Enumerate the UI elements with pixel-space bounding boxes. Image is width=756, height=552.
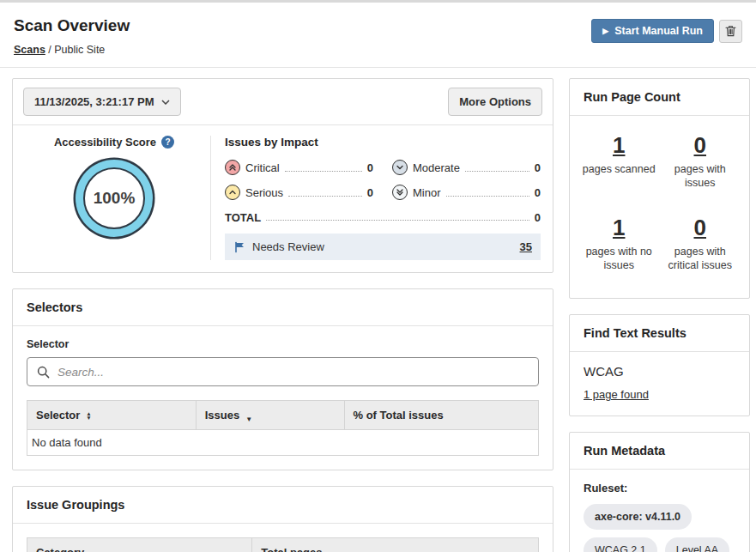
impact-value: 0	[367, 161, 373, 174]
empty-state-text: No data found	[27, 430, 539, 456]
impact-value: 0	[535, 186, 541, 199]
play-icon: ▶	[602, 27, 608, 35]
impact-row-critical: Critical 0	[225, 160, 373, 175]
find-text-results-card: Find Text Results WCAG 1 page found	[569, 314, 750, 416]
stat-number-link[interactable]: 1	[613, 215, 625, 240]
issue-groupings-card-body: Category Total pages No data found	[13, 524, 553, 552]
issues-by-impact-title: Issues by Impact	[225, 136, 541, 149]
run-card-body: Accessibility Score ? 100% Issues by Imp…	[13, 125, 553, 272]
stat-caption: pages with critical issues	[662, 245, 738, 273]
impact-label: Critical	[245, 161, 280, 174]
col-header-selector[interactable]: Selector ▲▼	[27, 401, 197, 430]
needs-review-label: Needs Review	[252, 240, 324, 253]
ruleset-tag: axe-core: v4.11.0	[584, 504, 692, 530]
find-text-results-title: Find Text Results	[584, 326, 686, 340]
ruleset-tags: axe-core: v4.11.0 WCAG 2.1 Level AA	[584, 504, 735, 552]
col-header-issues[interactable]: Issues ▼	[196, 401, 344, 430]
moderate-icon	[392, 160, 408, 175]
flag-icon	[233, 241, 245, 253]
col-header-category[interactable]: Category	[27, 538, 252, 552]
leader-line	[266, 220, 529, 221]
needs-review-count-link[interactable]: 35	[520, 240, 532, 253]
header-actions: ▶ Start Manual Run	[591, 19, 742, 43]
stat-number-link[interactable]: 1	[613, 133, 625, 158]
needs-review-row: Needs Review 35	[225, 234, 541, 260]
right-column: Run Page Count 1 pages scanned 0 pages w…	[569, 78, 750, 552]
page-header: Scan Overview Scans / Public Site ▶ Star…	[0, 3, 756, 56]
selectors-table: Selector ▲▼ Issues ▼	[27, 400, 539, 456]
find-text-results-header: Find Text Results	[570, 315, 749, 352]
minor-icon	[392, 185, 408, 200]
accessibility-score-section: Accessibility Score ? 100%	[25, 136, 203, 260]
ruleset-label: Ruleset:	[584, 482, 735, 494]
breadcrumb-separator: /	[45, 44, 54, 56]
score-label-row: Accessibility Score ?	[54, 136, 174, 149]
issue-groupings-title: Issue Groupings	[27, 498, 124, 512]
ruleset-tag: WCAG 2.1	[584, 537, 657, 552]
run-overview-card: 11/13/2025, 3:21:17 PM More Options Acce…	[12, 78, 553, 273]
issue-groupings-card: Issue Groupings Category Total pages	[12, 486, 553, 552]
col-label: % of Total issues	[354, 409, 444, 422]
find-text-term: WCAG	[584, 364, 735, 379]
total-label: TOTAL	[225, 211, 261, 224]
ruleset-tag: Level AA	[665, 537, 729, 552]
selector-field-label: Selector	[27, 338, 539, 350]
breadcrumb-current: Public Site	[54, 44, 105, 56]
impact-row-moderate: Moderate 0	[392, 160, 541, 175]
stat-pages-no-issues: 1 pages with no issues	[578, 215, 660, 272]
selector-search-input[interactable]	[57, 358, 538, 385]
col-label: Selector	[36, 409, 80, 422]
main-content: 11/13/2025, 3:21:17 PM More Options Acce…	[0, 68, 756, 552]
more-options-button[interactable]: More Options	[448, 88, 542, 116]
chevron-down-icon	[161, 100, 170, 105]
selector-search-box	[27, 357, 539, 386]
stat-number-link[interactable]: 0	[694, 133, 706, 158]
score-value: 100%	[94, 189, 136, 208]
sort-desc-icon: ▼	[245, 416, 252, 423]
impact-label: Serious	[245, 186, 283, 199]
selectors-card-header: Selectors	[13, 289, 553, 326]
issues-by-impact-section: Issues by Impact Critical 0	[210, 136, 541, 260]
col-header-pct-total[interactable]: % of Total issues	[344, 401, 539, 430]
leader-line	[446, 196, 529, 197]
stat-pages-critical-issues: 0 pages with critical issues	[660, 215, 741, 272]
delete-run-button[interactable]	[719, 20, 742, 43]
impact-row-minor: Minor 0	[392, 185, 541, 200]
selectors-card: Selectors Selector	[12, 288, 553, 470]
run-metadata-body: Ruleset: axe-core: v4.11.0 WCAG 2.1 Leve…	[570, 470, 749, 552]
find-text-results-body: WCAG 1 page found	[570, 352, 749, 416]
page-count-stats: 1 pages scanned 0 pages with issues 1 pa…	[570, 116, 749, 298]
stat-caption: pages scanned	[583, 162, 656, 176]
col-label: Issues	[205, 409, 239, 422]
run-metadata-card: Run Metadata Ruleset: axe-core: v4.11.0 …	[569, 432, 750, 552]
col-header-total-pages[interactable]: Total pages	[252, 538, 539, 552]
impact-grid: Critical 0 Moderate 0	[225, 160, 541, 200]
run-date-dropdown[interactable]: 11/13/2025, 3:21:17 PM	[23, 88, 181, 116]
leader-line	[285, 171, 362, 172]
impact-row-serious: Serious 0	[225, 185, 373, 200]
stat-pages-scanned: 1 pages scanned	[578, 133, 660, 190]
accessibility-score-gauge: 100%	[83, 167, 145, 229]
impact-label: Moderate	[413, 161, 460, 174]
start-manual-run-button[interactable]: ▶ Start Manual Run	[591, 19, 714, 43]
help-icon[interactable]: ?	[161, 136, 174, 149]
page-title: Scan Overview	[14, 16, 130, 35]
pages-found-link[interactable]: 1 page found	[584, 388, 649, 401]
stat-pages-with-issues: 0 pages with issues	[660, 133, 741, 190]
stat-number-link[interactable]: 0	[694, 215, 706, 240]
start-manual-run-label: Start Manual Run	[614, 25, 703, 37]
stat-caption: pages with issues	[662, 162, 738, 191]
stat-caption: pages with no issues	[581, 245, 656, 273]
trash-icon	[725, 25, 736, 37]
score-label: Accessibility Score	[54, 136, 156, 149]
breadcrumb: Scans / Public Site	[14, 44, 130, 56]
run-page-count-title: Run Page Count	[584, 90, 680, 104]
leader-line	[288, 196, 362, 197]
breadcrumb-scans-link[interactable]: Scans	[14, 44, 45, 56]
serious-icon	[225, 185, 240, 200]
run-page-count-header: Run Page Count	[570, 79, 749, 116]
total-value: 0	[535, 211, 541, 224]
selectors-title: Selectors	[27, 300, 82, 314]
total-row: TOTAL 0	[225, 211, 541, 224]
left-column: 11/13/2025, 3:21:17 PM More Options Acce…	[12, 78, 553, 552]
